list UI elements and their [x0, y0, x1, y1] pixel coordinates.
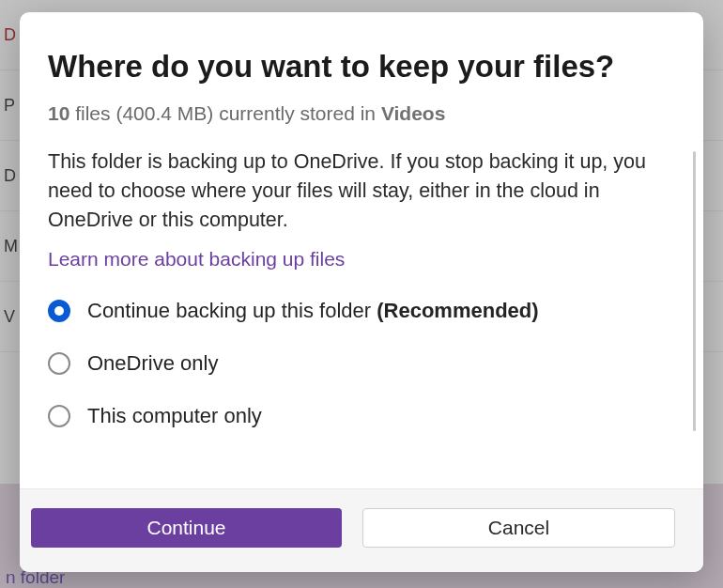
- option-this-computer-only[interactable]: This computer only: [48, 404, 675, 428]
- folder-name: Videos: [381, 102, 445, 124]
- stored-in-text: currently stored in: [219, 102, 376, 124]
- option-label: OneDrive only: [87, 351, 218, 376]
- dialog-title: Where do you want to keep your files?: [48, 48, 675, 85]
- radio-icon: [48, 300, 70, 322]
- files-word: files: [75, 102, 110, 124]
- continue-button[interactable]: Continue: [31, 508, 342, 548]
- option-label: Continue backing up this folder (Recomme…: [87, 299, 539, 323]
- option-label: This computer only: [87, 404, 262, 428]
- keep-files-dialog: Where do you want to keep your files? 10…: [20, 12, 703, 572]
- dialog-body: Where do you want to keep your files? 10…: [20, 12, 703, 488]
- learn-more-link[interactable]: Learn more about backing up files: [48, 248, 345, 271]
- radio-icon: [48, 352, 70, 375]
- file-size: (400.4 MB): [115, 102, 213, 124]
- dialog-description: This folder is backing up to OneDrive. I…: [48, 147, 675, 236]
- file-count: 10: [48, 102, 69, 124]
- cancel-button[interactable]: Cancel: [362, 508, 675, 548]
- file-count-subtitle: 10 files (400.4 MB) currently stored in …: [48, 102, 675, 125]
- dialog-footer: Continue Cancel: [20, 488, 703, 572]
- options-group: Continue backing up this folder (Recomme…: [48, 299, 675, 428]
- recommended-badge: (Recommended): [377, 299, 538, 322]
- option-onedrive-only[interactable]: OneDrive only: [48, 351, 675, 376]
- radio-icon: [48, 405, 70, 427]
- scrollbar[interactable]: [693, 151, 696, 431]
- option-continue-backup[interactable]: Continue backing up this folder (Recomme…: [48, 299, 675, 323]
